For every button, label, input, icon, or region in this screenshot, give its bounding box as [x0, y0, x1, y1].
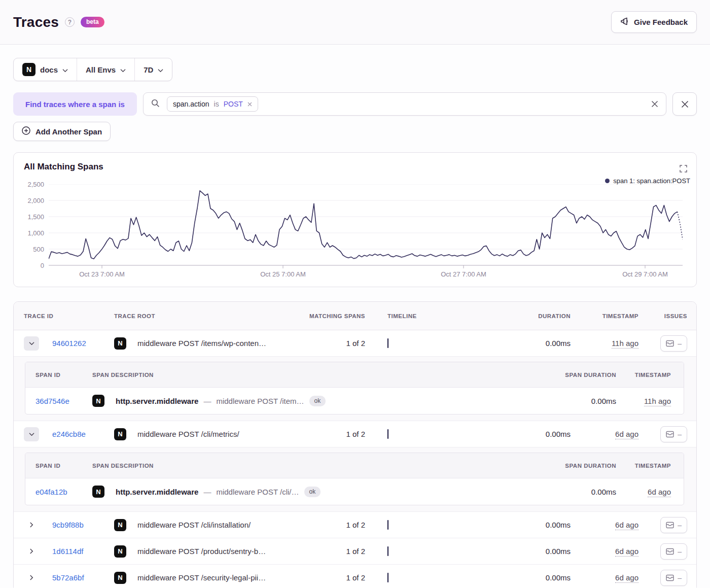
search-icon	[151, 99, 160, 110]
trace-timestamp[interactable]: 6d ago	[615, 573, 638, 583]
page-filter-bar: N docs All Envs 7D	[13, 58, 172, 81]
nextjs-icon: N	[92, 486, 104, 498]
find-traces-where-label[interactable]: Find traces where a span is	[13, 92, 137, 116]
matching-spans-count: 1 of 2	[268, 573, 387, 582]
expand-row-button[interactable]	[24, 571, 39, 585]
issues-count-dash: –	[678, 547, 682, 556]
page-title: Traces	[13, 14, 59, 30]
inbox-icon	[666, 431, 674, 438]
trace-root: middleware POST /cli/installation/	[137, 521, 268, 529]
col-span-description: SPAN DESCRIPTION	[92, 463, 388, 469]
matching-spans-count: 1 of 2	[268, 521, 387, 529]
col-issues: ISSUES	[638, 313, 687, 319]
span-table-header-row: SPAN ID SPAN DESCRIPTION SPAN DURATION T…	[25, 453, 684, 478]
col-matching-spans: MATCHING SPANS	[268, 313, 387, 319]
span-operation: http.server.middleware	[116, 397, 198, 405]
span-timestamp[interactable]: 11h ago	[644, 397, 671, 406]
span-status-badge: ok	[304, 487, 321, 497]
filter-chip-span-action[interactable]: span.action is POST	[167, 96, 258, 112]
give-feedback-button[interactable]: Give Feedback	[611, 11, 697, 33]
nextjs-icon: N	[92, 395, 104, 407]
help-icon[interactable]: ?	[65, 17, 75, 27]
traces-table: TRACE ID TRACE ROOT MATCHING SPANS TIMEL…	[13, 301, 697, 588]
issues-button[interactable]: –	[660, 517, 687, 533]
table-row: 5b72a6bf N middleware POST /security-leg…	[14, 565, 696, 588]
filter-chip-remove-icon[interactable]	[247, 100, 252, 108]
nextjs-icon: N	[114, 428, 126, 440]
inbox-icon	[666, 522, 674, 529]
trace-timestamp[interactable]: 6d ago	[615, 521, 638, 530]
legend-series-dot	[605, 179, 610, 183]
inbox-icon	[666, 340, 674, 347]
all-matching-spans-chart: All Matching Spans span 1: span.action:P…	[13, 152, 697, 287]
filter-chip-key: span.action	[173, 100, 209, 108]
expand-chart-icon[interactable]	[680, 165, 687, 172]
matching-spans-count: 1 of 2	[268, 547, 387, 556]
col-trace-id: TRACE ID	[24, 313, 114, 319]
issues-button[interactable]: –	[660, 426, 687, 442]
chevron-down-icon	[29, 432, 34, 436]
nextjs-icon: N	[114, 572, 126, 584]
expanded-spans-section: SPAN ID SPAN DESCRIPTION SPAN DURATION T…	[14, 447, 696, 512]
span-timestamp[interactable]: 6d ago	[648, 488, 671, 497]
span-id-link[interactable]: e04fa12b	[36, 488, 92, 496]
expand-row-button[interactable]	[24, 518, 39, 532]
date-range-selector[interactable]: 7D	[134, 58, 172, 81]
x-axis-tick: Oct 25 7:00 AM	[260, 270, 306, 278]
col-span-id: SPAN ID	[36, 463, 92, 469]
chevron-down-icon	[158, 65, 163, 74]
chevron-right-icon	[29, 522, 33, 528]
spans-line-chart	[49, 184, 683, 270]
y-axis-tick: 0	[14, 262, 44, 269]
table-row: 94601262 N middleware POST /items/wp-con…	[14, 330, 696, 357]
issues-count-dash: –	[678, 339, 682, 348]
trace-duration: 0.00ms	[515, 430, 571, 438]
trace-timestamp[interactable]: 11h ago	[612, 339, 638, 349]
collapse-row-button[interactable]	[24, 427, 39, 441]
timeline-bar	[387, 338, 388, 348]
chart-legend[interactable]: span 1: span.action:POST	[605, 177, 690, 185]
col-span-duration: SPAN DURATION	[388, 372, 616, 378]
give-feedback-label: Give Feedback	[634, 18, 688, 26]
filter-chip-value: POST	[224, 100, 243, 108]
environment-selector[interactable]: All Envs	[77, 58, 134, 81]
add-another-span-button[interactable]: Add Another Span	[13, 122, 111, 141]
trace-timestamp[interactable]: 6d ago	[615, 430, 638, 439]
issues-button[interactable]: –	[660, 570, 687, 586]
span-search-input-box[interactable]: span.action is POST	[143, 92, 666, 116]
issues-button[interactable]: –	[660, 335, 687, 352]
col-timestamp: TIMESTAMP	[571, 313, 638, 319]
remove-span-condition-button[interactable]	[672, 92, 697, 116]
span-duration: 0.00ms	[516, 397, 616, 405]
expand-row-button[interactable]	[24, 544, 39, 559]
issues-button[interactable]: –	[660, 543, 687, 560]
separator: —	[203, 488, 211, 496]
trace-root: middleware POST /product/sentry-b…	[137, 547, 268, 556]
span-description: middleware POST /cli/…	[216, 488, 299, 496]
search-input[interactable]	[265, 100, 644, 108]
plus-circle-icon	[22, 126, 30, 136]
trace-id-link[interactable]: e246cb8e	[52, 430, 114, 438]
matching-spans-count: 1 of 2	[268, 430, 387, 438]
trace-id-link[interactable]: 9cb9f88b	[52, 521, 114, 529]
expanded-spans-section: SPAN ID SPAN DESCRIPTION SPAN DURATION T…	[14, 357, 696, 421]
col-span-timestamp: TIMESTAMP	[616, 463, 671, 469]
trace-id-link[interactable]: 1d6114df	[52, 547, 114, 556]
trace-id-link[interactable]: 94601262	[52, 339, 114, 348]
inbox-icon	[666, 548, 674, 555]
chevron-down-icon	[29, 341, 34, 345]
span-query-row: Find traces where a span is span.action …	[13, 92, 697, 116]
span-id-link[interactable]: 36d7546e	[36, 397, 92, 405]
project-selector[interactable]: N docs	[14, 58, 77, 81]
nextjs-icon: N	[114, 337, 126, 350]
separator: —	[203, 397, 211, 405]
trace-timestamp[interactable]: 6d ago	[615, 547, 638, 557]
inbox-icon	[666, 574, 674, 581]
clear-search-icon[interactable]	[651, 100, 658, 108]
beta-badge: beta	[81, 17, 104, 27]
trace-id-link[interactable]: 5b72a6bf	[52, 573, 114, 582]
timeline-bar	[387, 546, 388, 556]
collapse-row-button[interactable]	[24, 336, 39, 351]
span-row: e04fa12b N http.server.middleware — midd…	[25, 478, 684, 505]
timeline-bar	[387, 429, 388, 439]
